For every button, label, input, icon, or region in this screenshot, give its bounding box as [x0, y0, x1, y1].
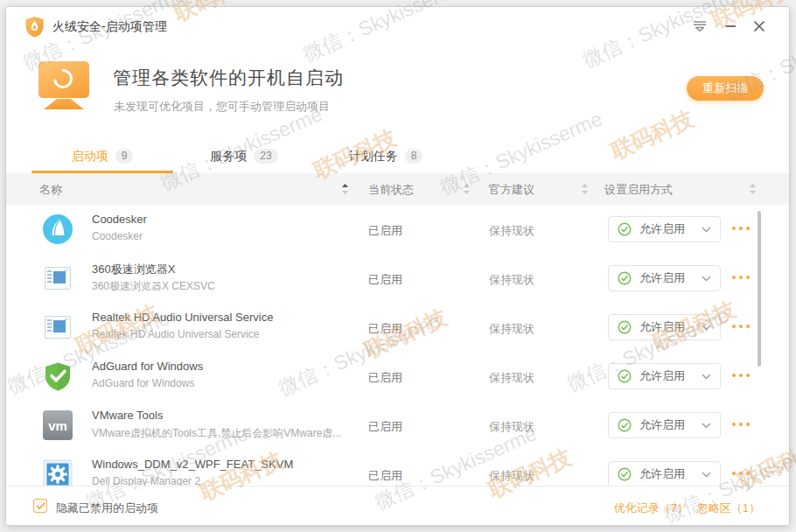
more-actions-button[interactable] — [732, 472, 750, 475]
row-status: 已启用 — [368, 321, 402, 337]
check-circle-icon — [618, 369, 632, 383]
table-row: Windows_DDM_v2_WPF_FEAT_SKVM Dell Displa… — [6, 450, 789, 486]
scrollbar-thumb[interactable] — [758, 211, 761, 367]
check-circle-icon — [618, 222, 632, 236]
sort-carets-icon[interactable] — [463, 183, 471, 195]
sort-carets-icon[interactable] — [581, 183, 589, 195]
row-suggestion: 保持现状 — [489, 272, 534, 288]
app-window-icon — [42, 312, 73, 343]
check-circle-icon — [618, 467, 632, 481]
chevron-down-icon — [702, 374, 711, 380]
row-description: Dell Display Manager 2 — [92, 475, 200, 486]
more-actions-button[interactable] — [732, 227, 750, 230]
dropdown-value: 允许启用 — [639, 270, 702, 286]
enable-mode-dropdown[interactable]: 允许启用 — [608, 265, 721, 291]
row-description: 360极速浏览器X CEXSVC — [92, 279, 215, 294]
table-header: 名称当前状态官方建议设置启用方式 — [6, 173, 789, 205]
more-actions-button[interactable] — [732, 423, 750, 426]
ignore-zone-link[interactable]: 忽略区（1） — [697, 500, 760, 516]
chevron-down-icon — [702, 325, 711, 331]
tab-services[interactable]: 服务项 23 — [173, 139, 315, 173]
more-actions-button[interactable] — [732, 374, 750, 377]
svg-text:vm: vm — [48, 418, 67, 433]
check-icon — [36, 502, 45, 510]
row-suggestion: 保持现状 — [489, 321, 534, 337]
check-circle-icon — [618, 271, 632, 285]
row-status: 已启用 — [368, 223, 402, 239]
chevron-down-icon — [702, 227, 711, 233]
column-header[interactable]: 设置启用方式 — [604, 182, 673, 198]
column-header[interactable]: 当前状态 — [368, 182, 414, 198]
tab-scheduled-tasks[interactable]: 计划任务 8 — [315, 139, 457, 173]
sort-carets-icon[interactable] — [749, 183, 757, 195]
enable-mode-dropdown[interactable]: 允许启用 — [608, 363, 721, 389]
dropdown-value: 允许启用 — [639, 221, 702, 237]
page-subtitle: 未发现可优化项目，您可手动管理启动项目 — [114, 99, 330, 115]
row-suggestion: 保持现状 — [489, 370, 534, 386]
huorong-shield-flame-icon — [24, 16, 45, 38]
tab-label: 计划任务 — [349, 149, 398, 164]
close-button[interactable] — [746, 14, 772, 38]
table-row: AdGuard for Windows AdGuard for Windows … — [6, 352, 789, 401]
tab-startup-items[interactable]: 启动项 9 — [31, 139, 173, 173]
row-suggestion: 保持现状 — [489, 468, 534, 484]
footer-bar: 隐藏已禁用的启动项 优化记录（7） 忽略区（1） — [6, 486, 789, 525]
startup-monitor-icon — [38, 61, 93, 112]
optimize-record-link[interactable]: 优化记录（7） — [614, 500, 688, 516]
sort-carets-icon[interactable] — [341, 183, 349, 195]
enable-mode-dropdown[interactable]: 允许启用 — [608, 216, 721, 242]
minimize-icon — [724, 24, 737, 28]
row-status: 已启用 — [368, 272, 402, 288]
window-title: 火绒安全-启动项管理 — [52, 19, 167, 35]
hide-disabled-checkbox[interactable] — [33, 499, 47, 513]
hide-disabled-label: 隐藏已禁用的启动项 — [56, 500, 158, 516]
row-name: Coodesker — [92, 213, 147, 226]
minimize-button[interactable] — [717, 14, 744, 38]
adguard-shield-icon — [42, 360, 73, 392]
table-row: 360极速浏览器X 360极速浏览器X CEXSVC 已启用 保持现状 允许启用 — [6, 254, 789, 303]
row-status: 已启用 — [368, 468, 402, 484]
row-status: 已启用 — [368, 419, 402, 435]
enable-mode-dropdown[interactable]: 允许启用 — [608, 412, 721, 438]
tab-count-badge: 23 — [254, 149, 277, 164]
table-row: Realtek HD Audio Universal Service Realt… — [6, 303, 789, 352]
menu-icon — [692, 19, 708, 33]
enable-mode-dropdown[interactable]: 允许启用 — [608, 461, 721, 486]
app-window-icon — [42, 262, 73, 294]
row-name: 360极速浏览器X — [92, 262, 175, 277]
rescan-button[interactable]: 重新扫描 — [687, 76, 764, 101]
row-description: VMware虚拟机的Tools工具,禁止后会影响VMware虚... — [92, 426, 341, 441]
table-row: vm VMware Tools VMware虚拟机的Tools工具,禁止后会影响… — [6, 401, 789, 450]
row-name: AdGuard for Windows — [92, 360, 203, 373]
more-actions-button[interactable] — [732, 325, 750, 328]
dropdown-value: 允许启用 — [639, 319, 702, 335]
page-title: 管理各类软件的开机自启动 — [113, 66, 344, 90]
app-window: 火绒安全-启动项管理 管理各类软件的开机自启动 未发现可优化项目，您可手动管理启… — [5, 6, 790, 526]
more-actions-button[interactable] — [732, 276, 750, 279]
title-bar: 火绒安全-启动项管理 — [6, 7, 789, 46]
tab-bar: 启动项 9 服务项 23 计划任务 8 — [6, 139, 789, 173]
check-circle-icon — [618, 418, 632, 432]
close-icon — [753, 20, 765, 32]
tab-label: 启动项 — [72, 149, 108, 164]
row-description: Coodesker — [92, 230, 143, 242]
dropdown-value: 允许启用 — [639, 368, 702, 384]
row-suggestion: 保持现状 — [489, 223, 534, 239]
gear-app-icon — [42, 458, 73, 486]
row-status: 已启用 — [368, 370, 402, 386]
tab-label: 服务项 — [210, 149, 247, 164]
vmware-icon: vm — [42, 410, 73, 441]
row-description: AdGuard for Windows — [92, 377, 194, 389]
startup-items-list: Coodesker Coodesker 已启用 保持现状 允许启用 360极速浏… — [6, 205, 789, 486]
row-name: VMware Tools — [92, 409, 163, 422]
chevron-down-icon — [702, 423, 711, 429]
main-menu-button[interactable] — [687, 14, 713, 38]
chevron-down-icon — [702, 276, 711, 282]
tab-count-badge: 8 — [405, 149, 423, 164]
row-suggestion: 保持现状 — [489, 419, 534, 435]
row-name: Windows_DDM_v2_WPF_FEAT_SKVM — [92, 458, 293, 471]
column-header[interactable]: 名称 — [39, 182, 62, 198]
row-name: Realtek HD Audio Universal Service — [92, 311, 273, 324]
column-header[interactable]: 官方建议 — [489, 182, 534, 198]
enable-mode-dropdown[interactable]: 允许启用 — [608, 314, 721, 340]
